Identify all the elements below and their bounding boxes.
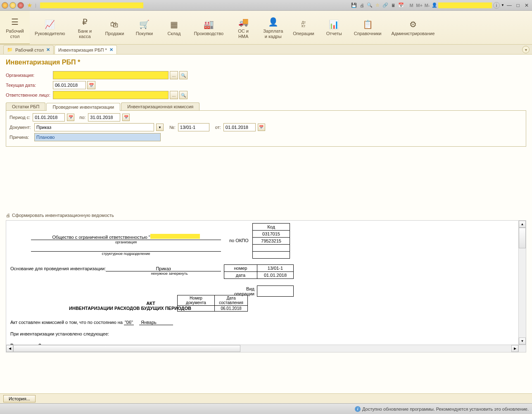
org-search-button[interactable]: 🔍 — [179, 71, 188, 79]
menu-bank[interactable]: ₽Банк икасса — [70, 11, 100, 44]
period-from-input[interactable]: 01.01.2018 — [33, 113, 65, 121]
menu-purchases[interactable]: 🛒Покупки — [129, 11, 159, 44]
menu-admin[interactable]: ⚙Администрирование — [386, 11, 439, 44]
menu-sales[interactable]: 🛍Продажи — [100, 11, 129, 44]
reason-input[interactable]: Планово — [34, 133, 161, 141]
m-icon[interactable]: M — [408, 2, 415, 9]
scroll-down-icon[interactable]: ▼ — [519, 338, 526, 345]
act-title-2: ИНВЕНТАРИЗАЦИИ РАСХОДОВ БУДУЩИХ ПЕРИОДОВ — [10, 306, 250, 311]
num-input[interactable]: 13/01-1 — [178, 123, 209, 131]
basis-value: Приказ — [106, 266, 221, 271]
tab-close-icon[interactable]: ✕ — [46, 47, 50, 52]
history-button[interactable]: История... — [3, 395, 36, 402]
from-date-input[interactable]: 01.01.2018 — [223, 123, 256, 131]
maximize-button[interactable]: □ — [514, 2, 522, 9]
link-icon[interactable]: 🔗 — [382, 2, 389, 9]
okpo-label: по ОКПО — [229, 238, 249, 243]
scroll-right-icon[interactable]: ▶ — [511, 345, 518, 352]
print-icon: 🖨 — [6, 213, 10, 218]
gear-icon: ⚙ — [409, 19, 417, 29]
cal-icon[interactable]: 📅 — [258, 124, 265, 131]
vertical-scrollbar[interactable]: ▲ ▼ — [518, 221, 526, 345]
status-bar: i Доступно обновление программы. Рекомен… — [0, 403, 532, 414]
date-cal-button[interactable]: 📅 — [87, 81, 95, 89]
calendar-icon[interactable]: 📅 — [398, 2, 404, 9]
titlebar-right: 💾 🖨 🔍 ☆ 🔗 🖩 📅 | M M+ M- 👤 i ▼ — □ ✕ — [351, 2, 530, 9]
title-redacted — [40, 2, 143, 8]
main-menu: ☰Рабочийстол 📈Руководителю ₽Банк икасса … — [0, 11, 532, 45]
window-titlebar: ★ | 💾 🖨 🔍 ☆ 🔗 🖩 📅 | M M+ M- 👤 i ▼ — □ ✕ — [0, 0, 532, 11]
menu-refs[interactable]: 📋Справочники — [349, 11, 387, 44]
menu-warehouse[interactable]: ▦Склад — [159, 11, 189, 44]
resp-input[interactable] — [53, 91, 169, 99]
scroll-left-icon[interactable]: ◀ — [6, 345, 13, 352]
m-plus-icon[interactable]: M+ — [416, 2, 423, 9]
period-from-label: Период с: — [10, 115, 30, 120]
scroll-thumb[interactable] — [13, 345, 240, 352]
nav-back-icon[interactable] — [2, 2, 8, 9]
subtab-commission[interactable]: Инвентаризационная комиссия — [121, 102, 200, 110]
status-message[interactable]: i Доступно обновление программы. Рекомен… — [355, 406, 529, 412]
okpo-value: 79523215 — [253, 238, 290, 245]
code-header: Код — [253, 224, 290, 231]
subtab-balances[interactable]: Остатки РБП — [6, 102, 45, 110]
cal-icon[interactable]: 📅 — [122, 114, 130, 121]
tab-desktop[interactable]: 📁 Рабочий стол ✕ — [3, 45, 54, 54]
scroll-up-icon[interactable]: ▲ — [519, 221, 526, 228]
help-icon[interactable]: i — [493, 2, 500, 9]
generate-report-link[interactable]: 🖨 Сформировать инвентаризационную ведомо… — [6, 213, 526, 218]
info-icon: i — [355, 406, 361, 412]
document-content: Инвентаризация РБП * Организация: ... 🔍 … — [0, 55, 532, 393]
horizontal-scrollbar[interactable]: ◀ ▶ — [6, 345, 518, 352]
menu-assets[interactable]: 🚚ОС иНМА — [228, 11, 258, 44]
menu-production[interactable]: 🏭Производство — [189, 11, 228, 44]
org-ellipsis-button[interactable]: ... — [170, 71, 178, 79]
minimize-button[interactable]: — — [506, 2, 513, 9]
doc-label: Документ: — [10, 125, 32, 130]
num-value: 13/01-1 — [257, 265, 294, 272]
code-value: 0317015 — [253, 231, 290, 238]
basis-sublabel: ненужное зачеркнуть — [118, 271, 221, 276]
close-button[interactable]: ✕ — [523, 2, 530, 9]
dd-icon[interactable]: ▼ — [501, 3, 504, 7]
doc-select[interactable]: Приказ — [34, 123, 154, 131]
tab-close-icon[interactable]: ✕ — [109, 47, 113, 52]
vid-op-value — [257, 286, 294, 297]
calc-icon[interactable]: 🖩 — [390, 2, 397, 9]
user-area[interactable]: 👤 — [432, 2, 492, 8]
menu-salary[interactable]: 👤Зарплатаи кадры — [258, 11, 288, 44]
preview-icon[interactable]: 🔍 — [366, 2, 373, 9]
org-label: Организация: — [6, 73, 51, 78]
bars-icon: 📊 — [329, 19, 339, 29]
date-value: 01.01.2018 — [257, 272, 294, 279]
tab-inventory[interactable]: Инвентаризация РБП * ✕ — [55, 45, 117, 54]
num-label: номер — [224, 265, 257, 272]
act-day: "06" — [124, 320, 134, 325]
act-text-2: При инвентаризации установлено следующее… — [10, 331, 109, 336]
date-input[interactable]: 06.01.2018 — [53, 81, 86, 89]
document-footer: История... — [0, 393, 532, 403]
dropdown-icon[interactable]: ▼ — [156, 124, 164, 131]
cal-icon[interactable]: 📅 — [67, 114, 74, 121]
print-icon[interactable]: 🖨 — [359, 2, 365, 9]
nav-fwd-icon[interactable] — [10, 2, 16, 9]
resp-search-button[interactable]: 🔍 — [179, 91, 188, 99]
period-to-input[interactable]: 31.01.2018 — [88, 113, 120, 121]
report-preview: Код 0317015 79523215 по ОКПО Общество с … — [6, 220, 526, 352]
user-icon: 👤 — [432, 2, 437, 8]
menu-reports[interactable]: 📊Отчеты — [319, 11, 349, 44]
resp-ellipsis-button[interactable]: ... — [170, 91, 178, 99]
scroll-thumb[interactable] — [519, 228, 526, 248]
star-icon[interactable]: ☆ — [374, 2, 381, 9]
person-icon: 👤 — [268, 17, 278, 27]
menu-desktop[interactable]: ☰Рабочийстол — [0, 11, 30, 44]
subtab-inventory[interactable]: Проведение инвентаризации — [46, 103, 120, 111]
menu-operations[interactable]: ДтКтОперации — [288, 11, 319, 44]
nav-stop-icon[interactable] — [17, 2, 24, 9]
tabs-menu-button[interactable]: ▾ — [522, 46, 530, 53]
favorite-icon[interactable]: ★ — [27, 2, 32, 9]
save-icon[interactable]: 💾 — [351, 2, 357, 9]
org-input[interactable] — [53, 71, 169, 79]
m-minus-icon[interactable]: M- — [424, 2, 430, 9]
menu-manager[interactable]: 📈Руководителю — [30, 11, 70, 44]
